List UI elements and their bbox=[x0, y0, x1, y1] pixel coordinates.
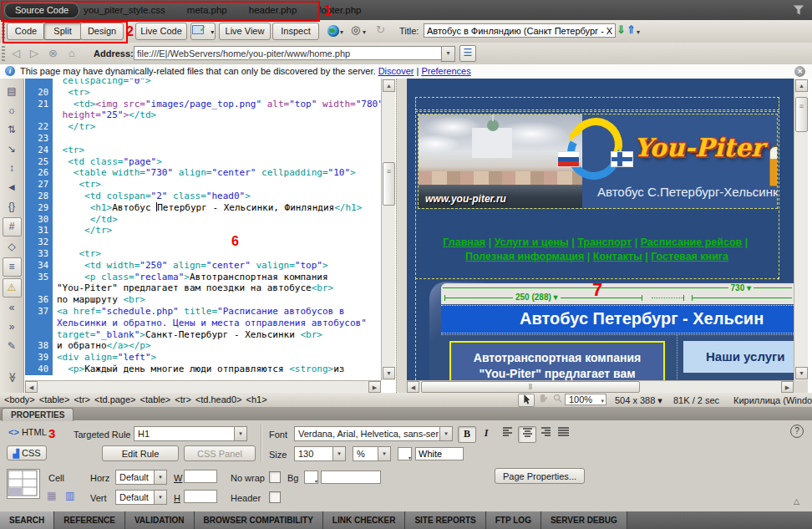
code-line[interactable]: 38и обратно</a></p> bbox=[25, 340, 381, 352]
bold-button[interactable]: B bbox=[458, 426, 476, 443]
browser-list-icon[interactable]: ☰ bbox=[459, 45, 476, 62]
help-icon[interactable]: ? bbox=[790, 425, 804, 438]
split-view-button[interactable]: Split bbox=[43, 23, 82, 40]
bg-color-swatch[interactable] bbox=[304, 471, 318, 484]
css-mode-button[interactable]: ▟ CSS bbox=[7, 445, 47, 460]
get-file-icon[interactable]: ⇓ bbox=[617, 23, 626, 36]
scroll-down-icon[interactable]: ▼ bbox=[795, 367, 808, 379]
related-file-tab[interactable]: header.php bbox=[249, 5, 297, 15]
refresh-icon[interactable]: ↻ bbox=[376, 23, 385, 36]
edit-rule-button[interactable]: Edit Rule bbox=[102, 445, 179, 461]
code-line[interactable]: 35 <p class="reclama">Автотранспортная к… bbox=[25, 272, 381, 283]
size-select[interactable]: 130▾ bbox=[294, 446, 346, 461]
title-input[interactable] bbox=[424, 23, 616, 38]
tag-path-item[interactable]: <body> bbox=[4, 394, 35, 404]
collapse-vertical-icon[interactable]: ≫ bbox=[3, 369, 21, 386]
services-box[interactable]: Наши услуги bbox=[683, 341, 794, 373]
horz-select[interactable]: Default▾ bbox=[115, 470, 167, 485]
code-line[interactable]: 26 <table width="730" align="center" cel… bbox=[25, 167, 381, 179]
scroll-left-icon[interactable]: ◀ bbox=[25, 381, 38, 393]
scroll-up-icon[interactable]: ▲ bbox=[383, 79, 395, 92]
results-tab[interactable]: SITE REPORTS bbox=[405, 511, 485, 529]
live-view-button[interactable]: Live View bbox=[219, 23, 271, 40]
back-icon[interactable]: ◁ bbox=[12, 47, 20, 59]
preview-in-browser-icon[interactable] bbox=[327, 25, 339, 37]
related-file-tab[interactable]: meta.php bbox=[187, 5, 227, 15]
design-scroll-thumb[interactable] bbox=[795, 97, 808, 132]
code-horizontal-scrollbar[interactable]: ◀ ▶ bbox=[25, 380, 381, 393]
apply-comment-icon[interactable]: « bbox=[3, 299, 21, 317]
code-line[interactable]: target="_blank">Санкт-Петербург - Хельси… bbox=[25, 329, 381, 341]
scroll-right-icon[interactable]: ▶ bbox=[781, 381, 794, 393]
code-line[interactable]: 22 </tr> bbox=[25, 121, 381, 133]
preferences-link[interactable]: Preferences bbox=[421, 66, 470, 76]
put-file-icon[interactable]: ⇑ bbox=[627, 23, 636, 36]
page-top-row[interactable] bbox=[415, 97, 779, 110]
design-hscroll-thumb[interactable] bbox=[421, 381, 640, 393]
line-numbers-icon[interactable]: # bbox=[3, 217, 22, 237]
align-right-button[interactable] bbox=[536, 426, 553, 441]
file-transfer-dropdown-icon[interactable]: ▾ bbox=[637, 28, 640, 36]
pointer-tool-icon[interactable] bbox=[518, 394, 535, 407]
code-view-button[interactable]: Code bbox=[7, 23, 45, 40]
design-vertical-scrollbar[interactable]: ▲ ▼ bbox=[794, 79, 808, 380]
zoom-tool-icon[interactable] bbox=[550, 394, 565, 405]
font-select[interactable]: Verdana, Arial, Helvetica, sans-serif▾ bbox=[294, 426, 453, 441]
cell-width-input[interactable] bbox=[184, 470, 217, 483]
expand-all-icon[interactable]: ↕ bbox=[3, 160, 21, 177]
nav-link[interactable]: Полезная информация bbox=[465, 251, 584, 262]
tag-path-item[interactable]: <td.page> bbox=[94, 394, 136, 404]
text-color-swatch[interactable] bbox=[398, 447, 412, 460]
inspect-button[interactable]: Inspect bbox=[272, 23, 319, 40]
reclama-box[interactable]: Автотранспортная компания "You-Piter" пр… bbox=[449, 341, 665, 380]
design-h1-bar[interactable]: Автобус Петербург - Хельсин bbox=[441, 305, 794, 333]
tag-path-item[interactable]: <td.head0> bbox=[195, 394, 242, 404]
live-code-button[interactable]: Live Code bbox=[135, 23, 187, 40]
design-h1-text[interactable]: Автобус Петербург - Хельсин bbox=[520, 309, 764, 328]
tag-path-item[interactable]: <tr> bbox=[74, 394, 90, 404]
collapse-panel-icon[interactable]: △ bbox=[794, 497, 799, 506]
scroll-down-icon[interactable]: ▼ bbox=[383, 367, 395, 379]
word-wrap-icon[interactable]: ≡ bbox=[3, 257, 22, 277]
results-tab[interactable]: SERVER DEBUG bbox=[541, 511, 627, 529]
code-line[interactable]: 33 <tr> bbox=[25, 248, 381, 260]
highlight-invalid-code-icon[interactable]: ◇ bbox=[3, 238, 21, 256]
toolbar-grip[interactable] bbox=[2, 23, 5, 38]
merge-cells-icon[interactable]: ▦ bbox=[47, 490, 59, 501]
code-line[interactable]: 32 bbox=[25, 237, 381, 248]
code-line[interactable]: "You-Piter" предлагает вам поездки на ав… bbox=[25, 282, 381, 294]
results-tab[interactable]: FTP LOG bbox=[486, 511, 541, 529]
nav-link[interactable]: Контакты bbox=[593, 251, 642, 262]
filter-icon[interactable] bbox=[792, 4, 805, 16]
scroll-up-icon[interactable]: ▲ bbox=[795, 79, 808, 92]
tag-path-item[interactable]: <h1> bbox=[246, 394, 267, 404]
balance-braces-icon[interactable]: {} bbox=[3, 198, 21, 216]
properties-tab[interactable]: PROPERTIES bbox=[2, 408, 74, 421]
code-line[interactable]: 31 </tr> bbox=[25, 225, 381, 237]
select-parent-tag-icon[interactable]: ◄ bbox=[3, 179, 21, 196]
code-line[interactable]: 27 <tr> bbox=[25, 179, 381, 191]
targeted-rule-select[interactable]: H1▾ bbox=[134, 426, 247, 441]
vert-select[interactable]: Default▾ bbox=[115, 490, 167, 505]
table-width-bar[interactable]: 730 ▾ 250 (288) ▾ bbox=[441, 283, 794, 304]
code-line[interactable]: 28 <td colspan="2" class="head0"> bbox=[25, 191, 381, 202]
code-line[interactable]: 25 <td class="page"> bbox=[25, 156, 381, 168]
code-line[interactable]: 23 bbox=[25, 133, 381, 145]
visual-aids-icon[interactable]: ◎ bbox=[351, 23, 360, 36]
results-tab[interactable]: SEARCH bbox=[0, 511, 54, 529]
page-properties-button[interactable]: Page Properties... bbox=[495, 468, 585, 484]
nav-link[interactable]: Услуги и цены bbox=[495, 237, 569, 248]
code-line[interactable]: Хельсинки и обратно. Цены и места отправ… bbox=[25, 318, 381, 329]
code-line[interactable]: cellspacing="0"> bbox=[25, 79, 381, 87]
column-width-250[interactable]: 250 (288) ▾ bbox=[513, 292, 561, 302]
tag-path-item[interactable]: <tr> bbox=[175, 394, 191, 404]
design-view[interactable]: You-Piter Автобус С.Петербург-Хельсинки … bbox=[407, 79, 794, 380]
source-code-tab[interactable]: Source Code bbox=[4, 3, 79, 18]
code-line[interactable]: height="25"></td> bbox=[25, 109, 381, 121]
code-navigator-icon[interactable]: ☼ bbox=[3, 102, 21, 120]
code-vertical-scrollbar[interactable]: ▲ ▼ bbox=[381, 79, 395, 380]
justify-button[interactable] bbox=[555, 426, 571, 441]
italic-button[interactable]: I bbox=[478, 426, 495, 441]
results-tab[interactable]: REFERENCE bbox=[54, 511, 125, 529]
site-banner[interactable]: You-Piter Автобус С.Петербург-Хельсинки … bbox=[418, 114, 778, 209]
